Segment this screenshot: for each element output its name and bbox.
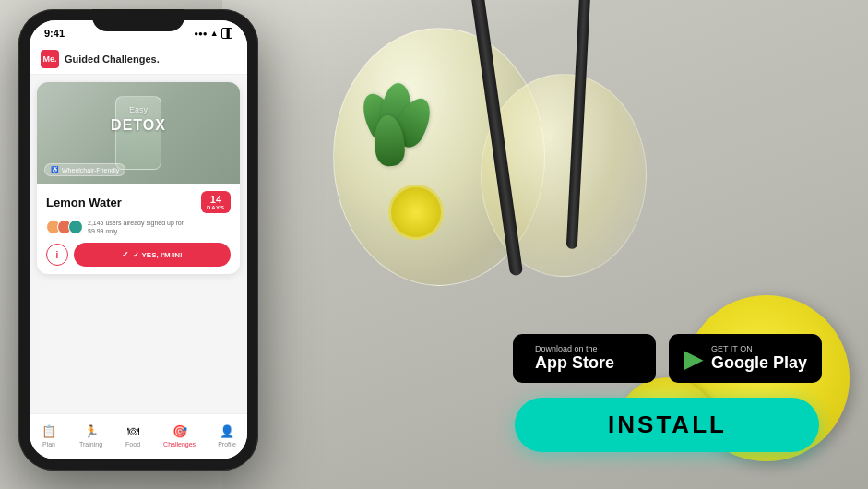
card-users-row: 2,145 users already signed up for $9.99 … [46,219,231,235]
challenge-card: Easy DETOX ♿ Wheelchair-Friendly Lemon W… [37,82,240,274]
wheelchair-tag: ♿ Wheelchair-Friendly [44,163,125,176]
avatar-group [46,220,83,234]
phone-frame: 9:41 ●●● ▲ ▐ Me. Guided Challenges. Easy… [18,9,258,471]
check-icon: ✓ [122,250,129,259]
avatar-3 [68,220,83,234]
card-content: Lemon Water 14 DAYS 2,145 users already … [37,184,240,274]
profile-icon: 👤 [219,423,235,439]
days-label: DAYS [207,205,225,210]
status-icons: ●●● ▲ ▐ [194,28,232,39]
store-buttons: Download on the App Store ▶ GET IT ON Go… [513,334,822,383]
battery-icon: ▐ [221,28,232,39]
card-title: Lemon Water [46,196,122,209]
wheelchair-icon: ♿ [51,166,59,173]
wifi-icon: ▲ [210,29,219,38]
days-number: 14 [207,194,225,205]
nav-training[interactable]: 🏃 Training [79,423,102,447]
tag-label: Wheelchair-Friendly [62,167,119,173]
install-button[interactable]: INSTALL [515,398,819,452]
yes-button[interactable]: ✓ ✓ YES, I'M IN! [74,243,231,267]
phone-screen: 9:41 ●●● ▲ ▐ Me. Guided Challenges. Easy… [30,20,247,459]
training-icon: 🏃 [83,423,100,439]
yes-button-label: ✓ YES, I'M IN! [133,251,182,259]
nav-plan[interactable]: 📋 Plan [41,423,57,447]
users-count-text: 2,145 users already signed up for $9.99 … [88,219,184,235]
signal-icon: ●●● [194,30,208,38]
phone-mockup: 9:41 ●●● ▲ ▐ Me. Guided Challenges. Easy… [18,9,277,480]
card-image: Easy DETOX ♿ Wheelchair-Friendly [37,82,240,184]
plan-icon: 📋 [41,423,57,439]
me-logo: Me. [41,50,59,68]
phone-notch [92,9,184,31]
nav-challenges[interactable]: 🎯 Challenges [163,423,196,447]
training-label: Training [79,441,102,447]
app-store-text: Download on the App Store [535,344,614,373]
card-title-row: Lemon Water 14 DAYS [46,191,231,213]
app-store-button[interactable]: Download on the App Store [513,334,656,383]
lemon-slice-water [388,185,444,240]
difficulty-label: Easy [129,105,148,114]
profile-label: Profile [218,441,236,447]
card-actions[interactable]: i ✓ ✓ YES, I'M IN! [46,243,231,267]
google-play-text: GET IT ON Google Play [711,344,807,373]
plan-label: Plan [42,441,55,447]
food-icon: 🍽 [125,423,141,439]
status-time: 9:41 [44,28,65,39]
detox-label: DETOX [111,117,166,134]
nav-food[interactable]: 🍽 Food [125,423,141,447]
challenges-icon: 🎯 [172,423,188,439]
food-label: Food [125,441,140,447]
play-icon: ▶ [684,343,704,374]
cta-section: Download on the App Store ▶ GET IT ON Go… [513,334,822,452]
google-play-button[interactable]: ▶ GET IT ON Google Play [669,334,822,383]
app-store-main: App Store [535,354,614,373]
challenges-label: Challenges [163,441,196,447]
info-button[interactable]: i [46,244,68,266]
google-play-main: Google Play [711,354,807,373]
app-header: Me. Guided Challenges. [30,46,247,75]
nav-profile[interactable]: 👤 Profile [218,423,236,447]
bottom-nav: 📋 Plan 🏃 Training 🍽 Food 🎯 Challenges 👤 [30,413,247,459]
days-badge: 14 DAYS [201,191,231,213]
app-subtitle: Guided Challenges. [65,54,160,65]
